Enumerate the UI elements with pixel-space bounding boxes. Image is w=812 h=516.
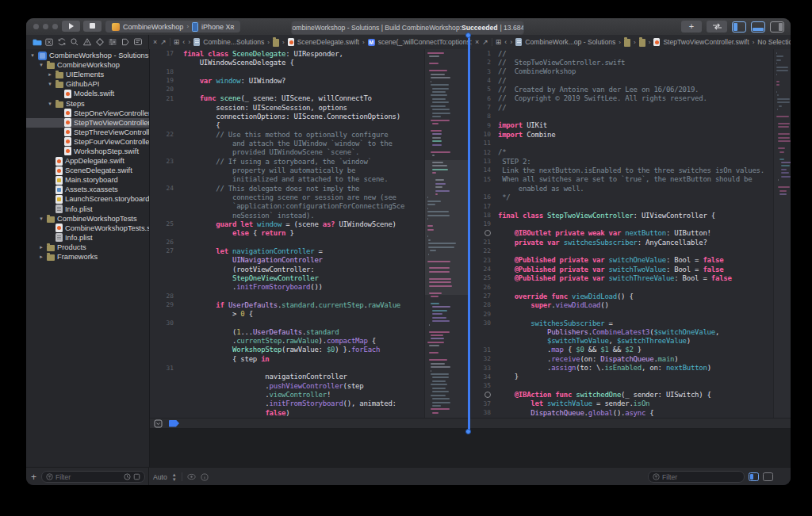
tree-item-githubapi[interactable]: ▾GithubAPI <box>26 79 149 89</box>
disclosure-triangle-icon[interactable]: ▾ <box>38 216 44 222</box>
nav-tab-project-navigator-icon[interactable] <box>32 37 42 48</box>
code-line: 1// <box>471 49 791 58</box>
editor-options-button[interactable] <box>707 21 727 32</box>
toggle-debug-area-button[interactable] <box>751 21 765 32</box>
back-button[interactable]: ‹ <box>504 35 507 49</box>
code-text: // If using a storyboard, the `window` <box>183 158 372 166</box>
disclosure-triangle-icon[interactable]: ▸ <box>47 71 53 78</box>
tree-item-steps[interactable]: ▾Steps <box>26 98 149 108</box>
library-button[interactable]: + <box>681 21 702 32</box>
breadcrumb-item[interactable]: Combine...Solutions <box>203 38 264 46</box>
code-text: else { return } <box>183 229 294 237</box>
tree-item-combineworkshop[interactable]: ▾CombineWorkshop <box>26 60 149 70</box>
source-editor-left[interactable]: 17final class SceneDelegate: UIResponder… <box>150 49 468 418</box>
close-window-button[interactable] <box>33 24 39 29</box>
related-items-icon[interactable]: ⊞ <box>496 35 502 49</box>
show-console-view-button[interactable] <box>763 472 773 481</box>
nav-tab-breakpoint-navigator-icon[interactable] <box>120 37 130 48</box>
tree-item-combineworkshop-solutions[interactable]: ▾CombineWorkshop - Solutions <box>26 51 149 60</box>
code-text: // <box>498 50 506 58</box>
tree-item-appdelegate-swift[interactable]: AppDelegate.swift <box>26 156 149 166</box>
folder-file-icon <box>47 254 55 261</box>
close-editor-icon[interactable]: × <box>475 35 479 49</box>
close-editor-icon[interactable]: × <box>153 35 157 49</box>
tree-item-products[interactable]: ▸Products <box>26 243 149 252</box>
editor-split-divider[interactable] <box>468 35 470 432</box>
disclosure-triangle-icon[interactable]: ▸ <box>38 254 44 260</box>
tree-item-models-swift[interactable]: Models.swift <box>26 89 149 98</box>
disclosure-triangle-icon[interactable]: ▾ <box>29 52 36 59</box>
recents-clock-icon[interactable] <box>124 473 131 480</box>
source-editor-right[interactable]: 1//2// StepTwoViewController.swift3// Co… <box>471 49 791 418</box>
tree-item-info-plist[interactable]: Info.plist <box>26 233 149 243</box>
tree-item-steponeviewcontroller-swift[interactable]: StepOneViewController.swift <box>26 109 149 118</box>
nav-tab-find-navigator-icon[interactable] <box>70 37 80 48</box>
add-file-button[interactable]: + <box>29 472 38 482</box>
minimize-window-button[interactable] <box>43 24 48 29</box>
hide-debug-area-button[interactable] <box>154 419 163 428</box>
breadcrumb-item[interactable]: No Selection <box>757 38 791 46</box>
disclosure-triangle-icon[interactable]: ▾ <box>47 81 53 87</box>
breadcrumb-item[interactable]: SceneDelegate.swift <box>297 38 359 46</box>
tree-item-uielements[interactable]: ▸UIElements <box>26 70 149 79</box>
enlarge-editor-icon[interactable]: ↗ <box>160 35 167 49</box>
nav-tab-symbol-navigator-icon[interactable] <box>57 37 67 48</box>
breadcrumb-item[interactable]: CombineWork...op - Solutions <box>525 38 615 46</box>
tree-item-scenedelegate-swift[interactable]: SceneDelegate.swift <box>26 166 149 175</box>
tree-item-assets-xcassets[interactable]: Assets.xcassets <box>26 185 149 194</box>
console-filter-field[interactable]: Filter <box>648 471 745 483</box>
variables-scope-label[interactable]: Auto <box>153 473 167 481</box>
minimap-viewport[interactable] <box>425 160 468 295</box>
breadcrumb-item[interactable]: StepTwoViewController.swift <box>663 38 749 46</box>
code-text: @Published private var switchTwoValue: B… <box>498 266 723 273</box>
disclosure-triangle-icon[interactable]: ▾ <box>38 62 44 68</box>
divider <box>182 472 182 481</box>
divider-handle-top[interactable] <box>465 32 471 38</box>
tree-item-label: SceneDelegate.swift <box>65 166 132 174</box>
quicklook-eye-icon[interactable] <box>187 473 196 480</box>
scheme-selector[interactable]: CombineWorkshop › iPhone Xʀ <box>105 21 240 32</box>
tree-item-workshopstep-swift[interactable]: WorkshopStep.swift <box>26 147 149 156</box>
divider <box>492 38 492 46</box>
info-icon[interactable] <box>201 473 209 481</box>
run-button[interactable] <box>62 21 80 32</box>
minimap-left[interactable] <box>424 49 468 418</box>
tree-item-stepthreeviewcontroller-swift[interactable]: StepThreeViewController.swift <box>26 128 149 137</box>
show-variables-view-button[interactable] <box>749 472 759 481</box>
ib-connection-indicator <box>471 392 498 398</box>
tree-item-launchscreen-storyboard[interactable]: LaunchScreen.storyboard <box>26 194 149 204</box>
tree-item-main-storyboard[interactable]: Main.storyboard <box>26 175 149 185</box>
minimap-right[interactable] <box>773 49 791 418</box>
breadcrumb-item[interactable]: scene(_:willConnectTo:options:) <box>378 38 472 46</box>
tree-item-info-plist[interactable]: Info.plist <box>26 204 149 214</box>
disclosure-triangle-icon[interactable]: ▾ <box>47 101 53 107</box>
debug-console[interactable] <box>150 429 791 467</box>
disclosure-triangle-icon[interactable]: ▸ <box>38 244 44 250</box>
tree-item-stepfourviewcontroller-swift[interactable]: StepFourViewController.swift <box>26 137 149 147</box>
source-control-status-icon[interactable] <box>133 473 140 480</box>
code-text: connectionOptions: UIScene.ConnectionOpt… <box>183 113 400 120</box>
stop-button[interactable] <box>83 21 102 32</box>
tree-item-steptwoviewcontroller-swift[interactable]: StepTwoViewController.swift <box>26 118 149 128</box>
tree-item-frameworks[interactable]: ▸Frameworks <box>26 252 149 262</box>
tree-item-combineworkshoptests-swift[interactable]: CombineWorkshopTests.swift <box>26 224 149 233</box>
back-button[interactable]: ‹ <box>182 35 185 49</box>
nav-tab-debug-navigator-icon[interactable] <box>107 37 117 48</box>
breakpoints-enabled-button[interactable] <box>169 420 179 427</box>
code-line: 13 STEP 2: <box>471 157 791 166</box>
nav-tab-issue-navigator-icon[interactable] <box>82 37 93 48</box>
toggle-navigator-button[interactable] <box>732 21 746 32</box>
forward-button[interactable]: › <box>510 35 512 49</box>
navigator-filter-field[interactable]: Filter <box>41 471 145 483</box>
related-items-icon[interactable]: ⊞ <box>174 35 180 49</box>
forward-button[interactable]: › <box>188 35 190 49</box>
app-scheme-icon <box>112 23 120 31</box>
zoom-window-button[interactable] <box>52 24 58 29</box>
nav-tab-test-navigator-icon[interactable] <box>94 37 105 48</box>
enlarge-editor-icon[interactable]: ↗ <box>482 35 488 49</box>
divider-handle-bottom[interactable] <box>465 429 471 434</box>
tree-item-combineworkshoptests[interactable]: ▾CombineWorkshopTests <box>26 214 149 224</box>
nav-tab-source-control-navigator-icon[interactable] <box>44 37 55 48</box>
nav-tab-report-navigator-icon[interactable] <box>132 37 143 48</box>
toggle-inspector-button[interactable] <box>770 21 784 32</box>
